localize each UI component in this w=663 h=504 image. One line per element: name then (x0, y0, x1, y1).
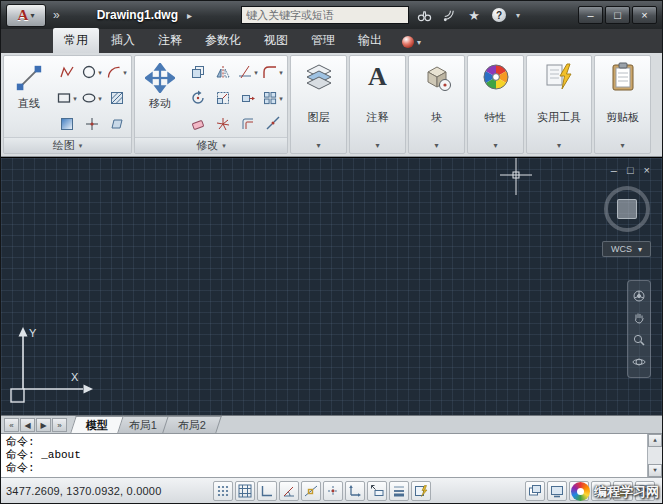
help-button[interactable]: ? (489, 5, 509, 25)
fillet-button[interactable]: ▾ (262, 64, 283, 80)
tab-layout2[interactable]: 布局2 (162, 416, 222, 433)
draw-panel-label[interactable]: 绘图 ▾ (4, 137, 131, 153)
navigation-bar[interactable] (627, 280, 651, 378)
chevron-down-icon: ▾ (620, 141, 624, 151)
titlebar: A ▾ » Drawing1.dwg ▸ ★ ? ▾ – □ × (1, 1, 662, 29)
tab-manage[interactable]: 管理 (300, 28, 346, 53)
tab-parametric[interactable]: 参数化 (194, 28, 252, 53)
search-binoculars-button[interactable] (414, 5, 434, 25)
ribbon-panel-utilities[interactable]: 实用工具 ▾ (526, 55, 592, 154)
tab-insert[interactable]: 插入 (100, 28, 146, 53)
mirror-button[interactable] (215, 64, 231, 80)
tab-view[interactable]: 视图 (253, 28, 299, 53)
command-window[interactable]: 命令: 命令: _about 命令: ▲ ▼ (1, 433, 662, 477)
chevron-down-icon: ▾ (98, 69, 102, 76)
array-button[interactable]: ▾ (262, 90, 283, 106)
doc-minimize-button[interactable]: – (611, 164, 617, 176)
color-wheel-icon (480, 61, 512, 93)
point-button[interactable] (84, 116, 100, 132)
drawing-area[interactable]: – □ × WCS ▾ Y X (1, 157, 662, 415)
tab-annotate[interactable]: 注释 (147, 28, 193, 53)
doc-restore-button[interactable]: □ (627, 164, 634, 176)
ribbon-panel-properties[interactable]: 特性 ▾ (467, 55, 524, 154)
rotate-button[interactable] (190, 90, 206, 106)
ucs-y-label: Y (29, 327, 37, 339)
region-button[interactable] (109, 116, 125, 132)
stretch-button[interactable] (240, 90, 256, 106)
ellipse-button[interactable]: ▾ (81, 90, 102, 106)
dyn-toggle[interactable] (367, 481, 387, 501)
annotation-scale-button[interactable] (569, 481, 589, 501)
circle-button[interactable]: ▾ (81, 64, 102, 80)
viewcube[interactable] (604, 186, 650, 232)
draw-icon-grid: ▾ ▾ ▾ ▾ (54, 59, 129, 137)
ribbon-panel-block[interactable]: 块 ▾ (408, 55, 465, 154)
ortho-toggle[interactable] (257, 481, 277, 501)
modify-panel-label[interactable]: 修改 ▾ (135, 137, 287, 153)
move-button[interactable]: 移动 (137, 59, 183, 111)
scale-button[interactable] (215, 90, 231, 106)
last-layout-button[interactable]: » (52, 418, 67, 432)
hatch-button[interactable] (109, 90, 125, 106)
explode-button[interactable] (215, 116, 231, 132)
ribbon-panel-clipboard[interactable]: 剪贴板 ▾ (594, 55, 651, 154)
command-prompt[interactable]: 命令: (6, 462, 641, 475)
grid-toggle[interactable] (235, 481, 255, 501)
snap-icon (216, 484, 230, 498)
tab-home[interactable]: 常用 (53, 28, 99, 53)
scroll-down-button[interactable]: ▼ (648, 464, 662, 477)
quick-access-overflow-button[interactable]: » (51, 8, 62, 22)
gear-icon (594, 484, 608, 498)
polyline-button[interactable] (59, 64, 75, 80)
qp-toggle[interactable] (411, 481, 431, 501)
doc-close-button[interactable]: × (644, 164, 650, 176)
quickview-drawings-button[interactable] (547, 481, 567, 501)
statusbar: 3477.2609, 1370.0932, 0.0000 编程学习网 (1, 477, 662, 503)
ducs-toggle[interactable] (345, 481, 365, 501)
otrack-toggle[interactable] (323, 481, 343, 501)
ortho-icon (260, 484, 274, 498)
scroll-up-button[interactable]: ▲ (648, 434, 662, 447)
ribbon-options-dropdown[interactable]: ▾ (394, 36, 429, 53)
rectangle-button[interactable]: ▾ (56, 90, 77, 106)
arc-icon (106, 64, 122, 80)
osnap-toggle[interactable] (301, 481, 321, 501)
tab-output[interactable]: 输出 (347, 28, 393, 53)
workspace-switch-button[interactable] (591, 481, 611, 501)
join-button[interactable] (265, 116, 281, 132)
help-dropdown-caret[interactable]: ▾ (514, 11, 522, 20)
join-icon (265, 116, 281, 132)
previous-layout-button[interactable]: ◀ (20, 418, 35, 432)
tab-model[interactable]: 模型 (70, 416, 124, 433)
lock-ui-button[interactable] (613, 481, 633, 501)
quickview-layouts-button[interactable] (525, 481, 545, 501)
minimize-button[interactable]: – (578, 6, 603, 24)
next-layout-button[interactable]: ▶ (36, 418, 51, 432)
command-scrollbar[interactable]: ▲ ▼ (647, 434, 662, 477)
offset-button[interactable] (240, 116, 256, 132)
application-menu-button[interactable]: A ▾ (6, 4, 46, 27)
line-button[interactable]: 直线 (6, 59, 52, 111)
ribbon-panel-layers[interactable]: 图层 ▾ (290, 55, 347, 154)
lwt-toggle[interactable] (389, 481, 409, 501)
ribbon-panel-draw: 直线 ▾ ▾ ▾ ▾ 绘图 ▾ (3, 55, 132, 154)
trim-button[interactable]: ▾ (237, 64, 258, 80)
arc-button[interactable]: ▾ (106, 64, 127, 80)
snap-toggle[interactable] (213, 481, 233, 501)
wcs-dropdown[interactable]: WCS ▾ (602, 241, 651, 257)
close-button[interactable]: × (632, 6, 657, 24)
autocad-window: A ▾ » Drawing1.dwg ▸ ★ ? ▾ – □ × 常用 插入 注… (0, 0, 663, 504)
annotation-panel-label: 注释 (367, 110, 389, 125)
copy-button[interactable] (190, 64, 206, 80)
infocenter-search-input[interactable] (241, 6, 409, 24)
satellite-dish-icon (442, 8, 457, 23)
first-layout-button[interactable]: « (4, 418, 19, 432)
gradient-button[interactable] (59, 116, 75, 132)
polar-toggle[interactable] (279, 481, 299, 501)
cleanscreen-button[interactable] (635, 481, 655, 501)
maximize-button[interactable]: □ (605, 6, 630, 24)
favorites-star-button[interactable]: ★ (464, 5, 484, 25)
erase-button[interactable] (190, 116, 206, 132)
communication-center-button[interactable] (439, 5, 459, 25)
ribbon-panel-annotation[interactable]: A 注释 ▾ (349, 55, 406, 154)
